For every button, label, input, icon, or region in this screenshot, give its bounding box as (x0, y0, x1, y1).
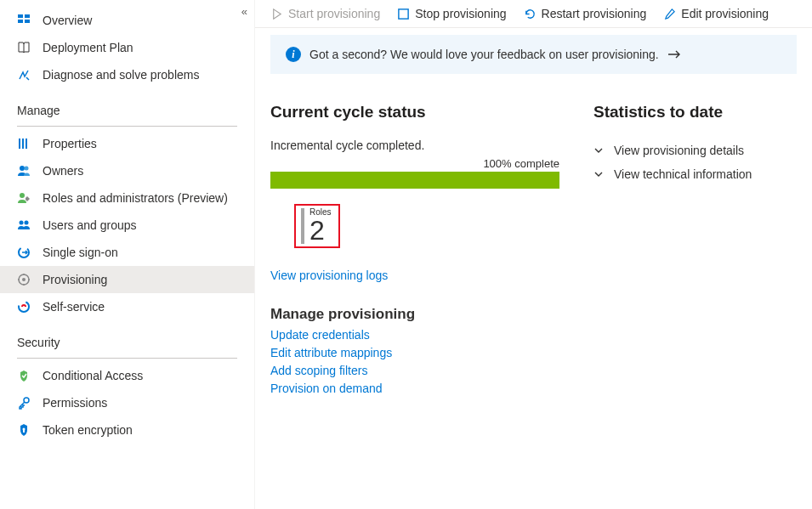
roles-admin-icon (17, 191, 31, 205)
svg-point-11 (25, 221, 29, 225)
sidebar-item-label: Conditional Access (43, 369, 143, 382)
sidebar-item-token-encryption[interactable]: Token encryption (0, 416, 254, 444)
self-service-icon (17, 300, 31, 314)
sidebar-item-owners[interactable]: Owners (0, 157, 254, 184)
svg-point-15 (19, 302, 29, 312)
restart-icon (524, 8, 537, 20)
expander-label: View technical information (614, 167, 752, 181)
sidebar-item-label: Diagnose and solve problems (43, 68, 199, 82)
edit-attribute-mappings-link[interactable]: Edit attribute mappings (270, 344, 559, 362)
statistics-heading: Statistics to date (593, 103, 797, 122)
sidebar-item-properties[interactable]: Properties (0, 130, 254, 157)
sidebar-item-diagnose[interactable]: Diagnose and solve problems (0, 61, 254, 88)
collapse-sidebar-button[interactable]: « (241, 5, 247, 18)
svg-point-8 (25, 167, 29, 171)
divider (17, 358, 237, 359)
svg-rect-6 (26, 139, 27, 149)
owners-icon (17, 164, 31, 178)
sidebar-item-label: Self-service (43, 300, 105, 314)
sidebar-item-label: Users and groups (43, 218, 137, 232)
toolbar-label: Edit provisioning (681, 7, 769, 20)
edit-provisioning-button[interactable]: Edit provisioning (663, 7, 769, 20)
statistics-column: Statistics to date View provisioning det… (593, 103, 797, 398)
toolbar: Start provisioning Stop provisioning Res… (255, 0, 812, 28)
sidebar-item-roles-admin[interactable]: Roles and administrators (Preview) (0, 184, 254, 212)
svg-rect-0 (18, 14, 23, 18)
svg-rect-2 (18, 20, 23, 23)
sidebar-section-manage: Manage (0, 88, 254, 122)
roles-tile[interactable]: Roles 2 (294, 204, 340, 248)
book-icon (17, 41, 31, 54)
provision-on-demand-link[interactable]: Provision on demand (270, 380, 559, 398)
svg-rect-19 (399, 8, 408, 18)
sidebar-item-provisioning[interactable]: Provisioning (0, 266, 254, 293)
token-encryption-icon (17, 423, 31, 437)
divider (17, 126, 237, 127)
provisioning-icon (17, 273, 31, 286)
restart-provisioning-button[interactable]: Restart provisioning (524, 7, 647, 20)
expander-label: View provisioning details (614, 144, 744, 157)
conditional-access-icon (17, 369, 31, 382)
manage-provisioning-links: Update credentials Edit attribute mappin… (270, 326, 559, 398)
toolbar-label: Start provisioning (288, 7, 380, 20)
manage-provisioning-heading: Manage provisioning (270, 306, 559, 323)
start-provisioning-button[interactable]: Start provisioning (270, 7, 380, 20)
stop-provisioning-button[interactable]: Stop provisioning (397, 7, 506, 20)
update-credentials-link[interactable]: Update credentials (270, 326, 559, 344)
view-technical-information-expander[interactable]: View technical information (593, 162, 797, 186)
roles-count: 2 (309, 217, 332, 244)
permissions-icon (17, 396, 31, 410)
stop-icon (397, 8, 410, 20)
sidebar-item-label: Deployment Plan (43, 41, 133, 54)
svg-rect-3 (25, 20, 30, 23)
cycle-status-column: Current cycle status Incremental cycle c… (270, 103, 559, 398)
sso-icon (17, 246, 31, 259)
edit-icon (663, 8, 676, 20)
sidebar-item-sso[interactable]: Single sign-on (0, 239, 254, 266)
svg-rect-5 (22, 139, 24, 149)
play-icon (270, 8, 283, 20)
view-provisioning-logs-link[interactable]: View provisioning logs (270, 269, 559, 282)
sidebar-item-label: Properties (43, 137, 97, 150)
chevron-down-icon (593, 169, 604, 179)
sidebar-item-permissions[interactable]: Permissions (0, 389, 254, 416)
sidebar-item-label: Provisioning (43, 273, 107, 286)
sidebar-item-label: Token encryption (43, 423, 133, 437)
diagnose-icon (17, 68, 31, 82)
users-groups-icon (17, 218, 31, 232)
feedback-link-arrow[interactable] (667, 49, 681, 59)
cycle-status-heading: Current cycle status (270, 103, 559, 122)
svg-point-14 (22, 278, 26, 281)
sidebar-item-label: Roles and administrators (Preview) (43, 191, 228, 205)
svg-point-7 (20, 166, 25, 171)
sidebar-item-label: Owners (43, 164, 83, 178)
svg-point-9 (20, 193, 25, 198)
toolbar-label: Restart provisioning (542, 7, 647, 20)
svg-rect-1 (25, 14, 30, 18)
sidebar-item-label: Permissions (43, 396, 107, 410)
chevron-down-icon (593, 145, 604, 156)
toolbar-label: Stop provisioning (415, 7, 506, 20)
add-scoping-filters-link[interactable]: Add scoping filters (270, 362, 559, 380)
svg-rect-4 (19, 139, 20, 149)
properties-icon (17, 137, 31, 150)
feedback-banner: i Got a second? We would love your feedb… (270, 35, 797, 74)
sidebar-item-label: Single sign-on (43, 246, 118, 259)
main-content: Start provisioning Stop provisioning Res… (255, 0, 812, 509)
progress-bar (270, 172, 559, 189)
sidebar: « Overview Deployment Plan Diagnose and … (0, 0, 255, 509)
view-provisioning-details-expander[interactable]: View provisioning details (593, 139, 797, 162)
overview-icon (17, 14, 31, 27)
sidebar-item-conditional-access[interactable]: Conditional Access (0, 362, 254, 389)
sidebar-section-security: Security (0, 320, 254, 354)
svg-point-10 (20, 221, 24, 225)
progress-label: 100% complete (270, 157, 559, 170)
svg-rect-18 (23, 430, 25, 433)
sidebar-item-deployment-plan[interactable]: Deployment Plan (0, 34, 254, 61)
sidebar-item-overview[interactable]: Overview (0, 7, 254, 34)
feedback-text: Got a second? We would love your feedbac… (309, 48, 659, 61)
sidebar-item-label: Overview (43, 14, 92, 27)
sidebar-item-users-groups[interactable]: Users and groups (0, 212, 254, 239)
cycle-status-text: Incremental cycle completed. (270, 139, 559, 152)
sidebar-item-self-service[interactable]: Self-service (0, 293, 254, 320)
